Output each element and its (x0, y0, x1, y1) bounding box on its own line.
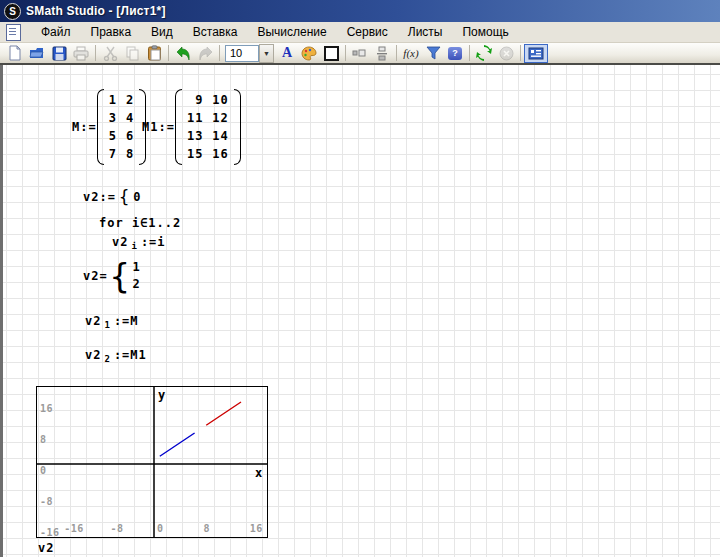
matrix-paren-right (234, 89, 241, 165)
window-title: SMath Studio - [Лист1*] (26, 4, 166, 18)
y-tick-label: -8 (40, 497, 53, 507)
units-button[interactable]: ? (444, 44, 466, 62)
menu-item-1[interactable]: Файл (31, 23, 81, 41)
for-loop-text: for i∈1..2 (99, 216, 181, 230)
menu-item-2[interactable]: Правка (81, 23, 142, 41)
open-file-button[interactable] (26, 44, 48, 62)
assignment-tail: :=M (114, 314, 139, 328)
y-tick-label: 0 (40, 466, 47, 476)
y-tick-label: -16 (40, 528, 60, 538)
program-init-line[interactable]: v2:= { 0 (83, 187, 141, 207)
variable-name: v2 (85, 348, 101, 362)
y-tick-label: 8 (40, 435, 47, 445)
filter-button[interactable] (422, 44, 444, 62)
font-size-combobox[interactable]: 10 ▼ (225, 44, 274, 63)
matrix-definition-m[interactable]: M:= 12345678 (72, 89, 146, 165)
matrix-cell: 14 (212, 129, 228, 143)
menu-item-5[interactable]: Вычисление (247, 23, 336, 41)
matrix-name: M1 (142, 120, 158, 134)
cut-button (99, 44, 121, 62)
insert-function-button[interactable]: f(x) (400, 44, 422, 62)
subscript-index: 2 (104, 354, 110, 364)
series-line-m (160, 433, 195, 456)
menu-item-3[interactable]: Вид (141, 23, 183, 41)
matrix-cell: 3 (109, 111, 117, 125)
funnel-icon (426, 46, 441, 60)
floppy-disk-icon (52, 46, 67, 61)
x-tick-label: 0 (157, 524, 164, 534)
matrix-values: 910111213141516 (182, 89, 234, 165)
title-bar: S SMath Studio - [Лист1*] (0, 0, 720, 22)
assignment-v2-2[interactable]: v22:=M1 (85, 348, 147, 362)
menu-item-7[interactable]: Листы (398, 23, 453, 41)
font-size-value[interactable]: 10 (225, 45, 259, 62)
redo-button (194, 44, 216, 62)
side-panel-toggle-button[interactable] (524, 44, 548, 63)
panel-list-icon (528, 47, 544, 60)
toolbar-separator (95, 45, 96, 61)
matrix-cell: 12 (212, 111, 228, 125)
matrix-cell: 4 (126, 111, 134, 125)
matrix-cell: 11 (187, 111, 203, 125)
x-tick-label: -16 (64, 524, 84, 534)
result-lhs: v2= (83, 269, 108, 283)
font-color-button[interactable]: A (276, 44, 298, 62)
print-button (70, 44, 92, 62)
matrix-definition-m1[interactable]: M1:= 910111213141516 (142, 89, 241, 165)
border-square-icon (324, 46, 339, 61)
matrix-cell: 7 (109, 147, 117, 161)
menu-items: ФайлПравкаВидВставкаВычислениеСервисЛист… (31, 23, 519, 41)
program-for-line[interactable]: for i∈1..2 (99, 216, 181, 230)
printer-icon (73, 46, 89, 61)
matrix-cell: 9 (195, 93, 203, 107)
toolbar-separator (469, 45, 470, 61)
assign-operator: := (158, 120, 174, 134)
matrix-values: 12345678 (104, 89, 139, 165)
series-line-m1 (206, 402, 241, 425)
open-folder-icon (29, 45, 45, 61)
save-button[interactable] (48, 44, 70, 62)
subscript-index: i (131, 241, 137, 251)
menu-item-6[interactable]: Сервис (337, 23, 398, 41)
x-tick-label: 16 (250, 524, 263, 534)
chevron-down-icon[interactable]: ▼ (259, 44, 274, 63)
assignment-tail: :=M1 (114, 348, 147, 362)
program-body-line[interactable]: v2i:=i (112, 235, 166, 249)
matrix-paren-left (175, 89, 182, 165)
align-horizontal-icon (352, 47, 368, 59)
undo-button[interactable] (172, 44, 194, 62)
new-page-icon (7, 45, 23, 61)
menu-item-4[interactable]: Вставка (183, 23, 248, 41)
program-result[interactable]: v2= { 12 (83, 259, 141, 293)
program-lhs: v2:= (83, 190, 116, 204)
paste-button[interactable] (143, 44, 165, 62)
matrix-cell: 8 (126, 147, 134, 161)
program-init-value: 0 (133, 190, 141, 204)
subscript-index: 1 (104, 320, 110, 330)
align-vertical-button[interactable] (371, 44, 393, 62)
new-file-button[interactable] (4, 44, 26, 62)
plot-expression-caption[interactable]: v2 (38, 541, 54, 555)
recalculate-button[interactable] (473, 44, 495, 62)
menu-item-8[interactable]: Помощь (452, 23, 518, 41)
align-horizontal-button[interactable] (349, 44, 371, 62)
copy-button (121, 44, 143, 62)
refresh-icon (476, 45, 492, 61)
matrix-cell: 1 (109, 93, 117, 107)
matrix-cell: 15 (187, 147, 203, 161)
document-icon[interactable] (6, 24, 21, 41)
worksheet-canvas[interactable]: M:= 12345678 M1:= 910111213141516 v2:= {… (0, 65, 720, 557)
stop-x-icon (499, 46, 514, 61)
assignment-v2-1[interactable]: v21:=M (85, 314, 139, 328)
border-button[interactable] (320, 44, 342, 62)
clipboard-icon (147, 45, 162, 61)
stop-button (495, 44, 517, 62)
xy-plot[interactable]: y x -16-808161680-8-16 (36, 386, 268, 538)
toolbar-separator (345, 45, 346, 61)
variable-name: v2 (85, 314, 101, 328)
toolbar-separator (168, 45, 169, 61)
toolbar-separator (219, 45, 220, 61)
smath-studio-window: S SMath Studio - [Лист1*] ФайлПравкаВидВ… (0, 0, 720, 557)
result-values: 12 (133, 259, 141, 293)
palette-button[interactable] (298, 44, 320, 62)
